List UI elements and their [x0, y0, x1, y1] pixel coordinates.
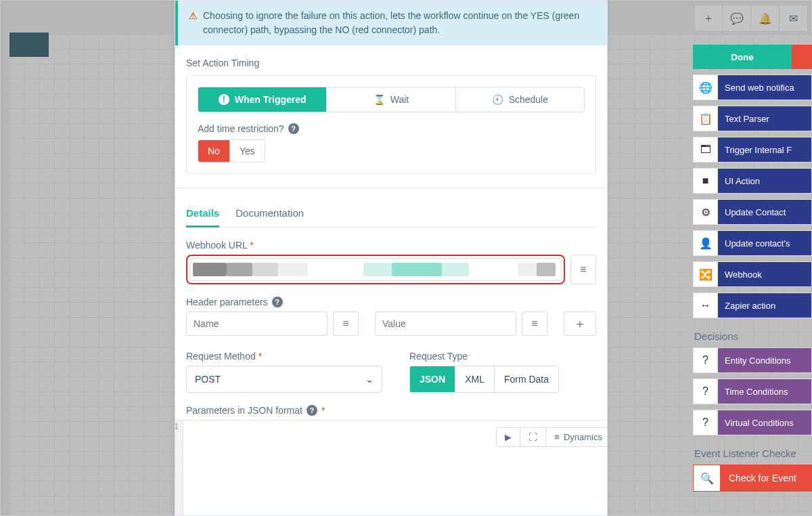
- required-mark: *: [250, 240, 253, 251]
- timing-label: Set Action Timing: [186, 58, 596, 68]
- help-icon[interactable]: ?: [288, 123, 299, 134]
- tab-documentation[interactable]: Documentation: [235, 200, 304, 227]
- sidebar-item-label: UI Action: [718, 169, 811, 193]
- gear-icon: ⚙: [694, 200, 718, 224]
- sidebar-item-zapier-action[interactable]: ↔ Zapier action: [693, 293, 812, 318]
- action-config-modal: ⚠ Choosing to ignore the failure on this…: [175, 0, 608, 516]
- help-icon[interactable]: ?: [272, 297, 283, 307]
- done-button[interactable]: Done: [693, 45, 792, 69]
- gutter-line-number: 1: [175, 422, 179, 431]
- help-icon: ?: [694, 348, 718, 372]
- clipboard-icon: 📋: [694, 106, 718, 131]
- help-icon: ?: [694, 379, 718, 404]
- done-side-button[interactable]: [792, 45, 812, 69]
- ignore-failure-alert: ⚠ Choosing to ignore the failure on this…: [175, 1, 607, 45]
- person-icon: 👤: [694, 231, 718, 255]
- help-icon: ?: [694, 410, 718, 435]
- editor-toolbar: ▶ ⛶ ≡ Dynamics: [496, 427, 608, 447]
- request-type-xml[interactable]: XML: [455, 366, 494, 392]
- sidebar-item-time-conditions[interactable]: ? Time Conditions: [693, 379, 812, 404]
- exclaim-icon: !: [219, 94, 229, 105]
- sidebar-item-ui-action[interactable]: ■ UI Action: [693, 168, 812, 194]
- timing-options: ! When Triggered ⌛ Wait 🕘 Schedule: [198, 87, 585, 112]
- dynamics-label: Dynamics: [564, 432, 602, 442]
- editor-run-button[interactable]: ▶: [497, 428, 520, 446]
- webhook-url-menu-button[interactable]: ≡: [570, 255, 596, 284]
- sidebar-item-label: Update contact's: [718, 231, 811, 255]
- request-method-label: Request Method: [186, 351, 256, 362]
- webhook-url-label: Webhook URL: [186, 240, 247, 251]
- sidebar-item-webhook[interactable]: 🔀 Webhook: [693, 261, 812, 287]
- tab-details[interactable]: Details: [186, 200, 219, 228]
- request-method-select[interactable]: POST ⌄: [186, 366, 382, 393]
- sidebar-item-text-parser[interactable]: 📋 Text Parser: [693, 106, 812, 131]
- time-restriction-no[interactable]: No: [198, 140, 229, 162]
- header-value-menu-button[interactable]: ≡: [522, 311, 547, 336]
- request-type-label: Request Type: [409, 351, 468, 362]
- menu-icon: ≡: [554, 432, 560, 442]
- header-name-menu-button[interactable]: ≡: [333, 311, 359, 336]
- request-type-form-data[interactable]: Form Data: [494, 366, 558, 392]
- expand-icon: ⛶: [528, 432, 537, 442]
- header-parameters-label: Header parameters: [186, 297, 268, 307]
- timing-option-label: When Triggered: [235, 94, 307, 105]
- decisions-title: Decisions: [693, 324, 812, 342]
- sidebar-item-label: Zapier action: [718, 293, 811, 318]
- time-restriction-label: Add time restriction?: [198, 123, 284, 134]
- warning-icon: ⚠: [189, 9, 198, 37]
- request-type-json[interactable]: JSON: [410, 366, 455, 392]
- sidebar-item-entity-conditions[interactable]: ? Entity Conditions: [693, 347, 812, 373]
- search-icon: 🔍: [694, 465, 721, 491]
- sidebar-item-label: Text Parser: [718, 106, 811, 131]
- time-restriction-yes[interactable]: Yes: [229, 140, 265, 162]
- required-mark: *: [258, 351, 262, 362]
- sidebar-item-update-contacts[interactable]: 👤 Update contact's: [693, 230, 812, 256]
- sidebar-item-send-web-notification[interactable]: 🌐 Send web notifica: [693, 74, 812, 100]
- config-tabs: Details Documentation: [186, 200, 596, 228]
- globe-icon: 🌐: [694, 75, 718, 100]
- chevron-down-icon: ⌄: [365, 374, 374, 385]
- time-restriction-toggle: No Yes: [198, 139, 265, 163]
- request-method-value: POST: [195, 374, 221, 385]
- webhook-url-input[interactable]: [189, 258, 562, 281]
- webhook-url-highlight: [186, 255, 565, 284]
- sidebar-item-label: Entity Conditions: [718, 348, 811, 372]
- request-type-toggle: JSON XML Form Data: [409, 366, 559, 393]
- help-icon[interactable]: ?: [307, 405, 317, 416]
- editor-gutter: 1: [175, 421, 183, 516]
- sidebar-item-label: Time Conditions: [718, 379, 811, 404]
- clock-icon: 🕘: [492, 94, 503, 105]
- timing-option-label: Schedule: [509, 94, 548, 105]
- arrows-icon: ↔: [694, 293, 718, 318]
- sidebar-item-virtual-conditions[interactable]: ? Virtual Conditions: [693, 410, 812, 435]
- sidebar-item-label: Trigger Internal F: [718, 137, 811, 162]
- editor-expand-button[interactable]: ⛶: [520, 428, 545, 446]
- sidebar-item-label: Virtual Conditions: [718, 410, 811, 435]
- check-for-event-button[interactable]: 🔍 Check for Event: [693, 465, 812, 492]
- sidebar-item-update-contact[interactable]: ⚙ Update Contact: [693, 199, 812, 225]
- header-value-input[interactable]: [375, 311, 516, 336]
- sidebar-item-trigger-internal[interactable]: 🗔 Trigger Internal F: [693, 137, 812, 163]
- sidebar-item-label: Send web notifica: [718, 75, 811, 100]
- play-icon: ▶: [505, 432, 512, 442]
- timing-when-triggered[interactable]: ! When Triggered: [198, 87, 326, 112]
- add-header-button[interactable]: ＋: [564, 311, 596, 336]
- shuffle-icon: 🔀: [694, 262, 718, 286]
- timing-schedule[interactable]: 🕘 Schedule: [455, 87, 584, 112]
- required-mark: *: [321, 405, 325, 416]
- alert-text: Choosing to ignore the failure on this a…: [203, 9, 596, 37]
- square-icon: ■: [694, 169, 718, 193]
- json-params-label: Parameters in JSON format: [186, 405, 302, 416]
- check-for-event-label: Check for Event: [721, 465, 811, 491]
- window-icon: 🗔: [694, 137, 718, 162]
- sidebar-item-label: Update Contact: [718, 200, 811, 224]
- timing-wait[interactable]: ⌛ Wait: [326, 87, 455, 112]
- right-panel: Done 🌐 Send web notifica 📋 Text Parser 🗔…: [690, 45, 812, 497]
- listener-title: Event Listener Checke: [693, 441, 812, 459]
- sidebar-item-label: Webhook: [718, 262, 811, 286]
- header-name-input[interactable]: [186, 311, 328, 336]
- json-editor[interactable]: 1 ▶ ⛶ ≡ Dynamics: [175, 420, 608, 516]
- timing-option-label: Wait: [390, 94, 409, 105]
- editor-dynamics-button[interactable]: ≡ Dynamics: [545, 428, 608, 446]
- hourglass-icon: ⌛: [374, 94, 385, 105]
